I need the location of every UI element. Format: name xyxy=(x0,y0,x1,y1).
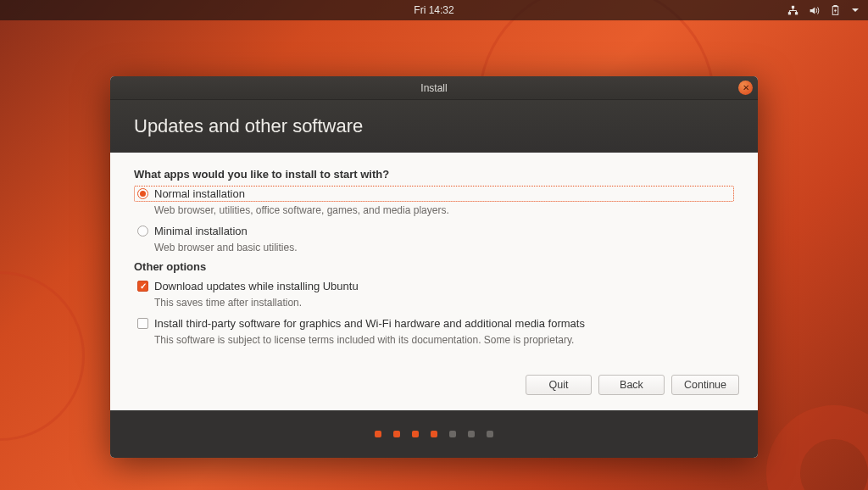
close-icon: ✕ xyxy=(743,83,749,92)
progress-dot xyxy=(449,431,456,437)
progress-dot xyxy=(412,431,419,437)
progress-dots xyxy=(110,410,758,458)
progress-dot xyxy=(375,431,381,437)
installer-window: Install ✕ Updates and other software Wha… xyxy=(110,76,758,458)
system-tray xyxy=(787,5,868,16)
volume-icon[interactable] xyxy=(809,5,820,16)
svg-rect-4 xyxy=(834,5,837,7)
quit-button[interactable]: Quit xyxy=(526,375,592,395)
download-updates-desc: This saves time after installation. xyxy=(154,297,734,309)
radio-icon xyxy=(137,226,148,237)
continue-button[interactable]: Continue xyxy=(671,375,739,395)
checkbox-third-party[interactable]: Install third-party software for graphic… xyxy=(134,315,734,331)
checkbox-label: Install third-party software for graphic… xyxy=(154,317,585,330)
content-area: What apps would you like to install to s… xyxy=(110,153,758,363)
window-title: Install xyxy=(420,82,447,94)
checkbox-download-updates[interactable]: Download updates while installing Ubuntu xyxy=(134,278,734,294)
network-icon[interactable] xyxy=(787,5,798,16)
progress-dot xyxy=(431,431,437,437)
apps-question: What apps would you like to install to s… xyxy=(134,168,734,181)
window-titlebar[interactable]: Install ✕ xyxy=(110,76,758,100)
progress-dot xyxy=(468,431,475,437)
radio-label: Normal installation xyxy=(154,187,245,200)
radio-icon xyxy=(137,188,148,199)
checkbox-icon xyxy=(137,318,148,329)
normal-installation-desc: Web browser, utilities, office software,… xyxy=(154,204,734,216)
clock[interactable]: Fri 14:32 xyxy=(414,4,453,16)
top-menu-bar: Fri 14:32 xyxy=(0,0,868,20)
close-button[interactable]: ✕ xyxy=(738,81,753,95)
battery-icon[interactable] xyxy=(830,5,841,16)
third-party-desc: This software is subject to license term… xyxy=(154,334,734,346)
progress-dot xyxy=(393,431,400,437)
checkbox-icon xyxy=(137,281,148,292)
minimal-installation-desc: Web browser and basic utilities. xyxy=(154,242,734,253)
button-row: Quit Back Continue xyxy=(110,363,758,410)
other-options-heading: Other options xyxy=(134,260,734,273)
svg-rect-0 xyxy=(792,5,794,8)
page-heading-bar: Updates and other software xyxy=(110,100,758,153)
page-heading: Updates and other software xyxy=(134,115,363,136)
progress-dot xyxy=(487,431,493,437)
chevron-down-icon[interactable] xyxy=(851,6,860,14)
radio-minimal-installation[interactable]: Minimal installation xyxy=(134,223,734,239)
back-button[interactable]: Back xyxy=(598,375,665,395)
checkbox-label: Download updates while installing Ubuntu xyxy=(154,280,359,292)
radio-normal-installation[interactable]: Normal installation xyxy=(134,186,734,202)
radio-label: Minimal installation xyxy=(154,225,248,237)
